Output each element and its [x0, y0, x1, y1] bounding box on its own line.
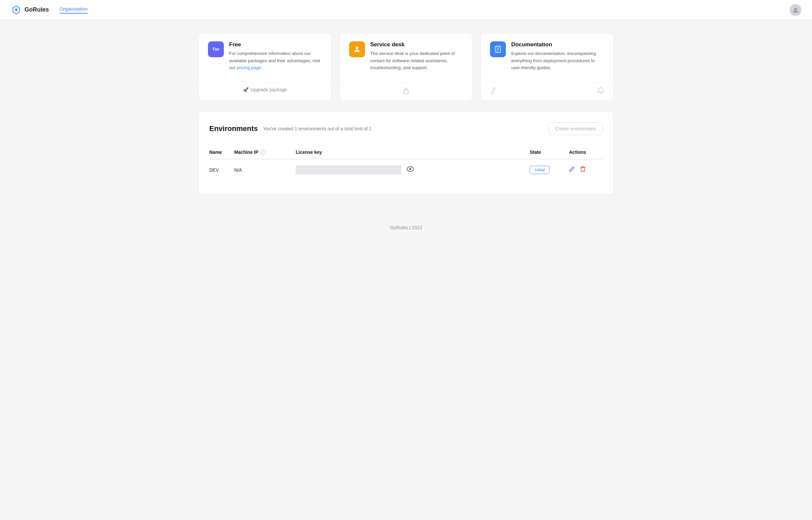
footer: GoRules | 2023 [0, 214, 812, 241]
edit-button[interactable] [569, 166, 575, 174]
row-machine-ip: N/A [234, 159, 296, 181]
col-actions: Actions [569, 146, 603, 159]
service-desk-text: Service desk The service desk is your de… [370, 41, 463, 72]
rocket-icon: 🚀 [243, 87, 249, 92]
tier-description: For comprehensive information about our … [229, 50, 322, 72]
col-license-key: License key [296, 146, 530, 159]
logo: GoRules [10, 4, 49, 16]
tier-title: Free [229, 41, 322, 48]
license-key-bar [296, 165, 401, 175]
environments-subtitle: You've created 1 environments out of a t… [263, 126, 373, 131]
col-name: Name [209, 146, 234, 159]
svg-line-8 [493, 90, 494, 91]
user-avatar[interactable] [789, 4, 802, 16]
svg-point-2 [356, 47, 358, 49]
table-header: Name Machine IP i License key State [209, 146, 603, 159]
environments-header-left: Environments You've created 1 environmen… [209, 124, 373, 133]
col-machine-ip: Machine IP i [234, 146, 296, 159]
show-license-key-button[interactable] [407, 166, 414, 173]
svg-point-10 [409, 168, 411, 170]
documentation-card-body: Documentation Explore our documentation,… [481, 33, 613, 82]
tier-card-text: Free For comprehensive information about… [229, 41, 322, 72]
environments-table: Name Machine IP i License key State [209, 146, 603, 181]
action-icons [569, 166, 603, 174]
logo-text: GoRules [24, 6, 49, 13]
service-desk-card-footer [340, 82, 472, 101]
footer-text: GoRules | 2023 [390, 225, 422, 230]
link-icon [490, 87, 496, 96]
service-desk-card-body: Service desk The service desk is your de… [340, 33, 472, 82]
tier-icon: Tier [208, 41, 224, 57]
service-desk-title: Service desk [370, 41, 463, 48]
header: GoRules Organisation [0, 0, 812, 20]
main-content: Tier Free For comprehensive information … [188, 20, 624, 214]
state-badge: Initial [530, 166, 549, 174]
documentation-card-header: Documentation Explore our documentation,… [490, 41, 604, 72]
nav-organisation[interactable]: Organisation [59, 6, 88, 14]
table-row: DEV N/A [209, 159, 603, 181]
svg-point-1 [794, 8, 797, 10]
service-desk-icon [349, 41, 365, 57]
svg-rect-3 [404, 90, 408, 94]
row-actions [569, 159, 603, 181]
documentation-card: Documentation Explore our documentation,… [480, 33, 614, 101]
row-name: DEV [209, 159, 234, 181]
pricing-page-link[interactable]: pricing page [237, 65, 261, 70]
upgrade-package-button[interactable]: 🚀 Upgrade package [243, 87, 287, 92]
service-desk-card-header: Service desk The service desk is your de… [349, 41, 463, 72]
license-key-cell [296, 165, 530, 175]
lock-icon [403, 87, 409, 96]
header-left: GoRules Organisation [10, 4, 88, 16]
tier-card: Tier Free For comprehensive information … [198, 33, 332, 101]
row-license-key [296, 159, 530, 181]
documentation-card-footer [481, 82, 613, 101]
gorules-logo-icon [10, 4, 22, 16]
create-environment-button[interactable]: Create environment [548, 122, 603, 135]
documentation-title: Documentation [511, 41, 604, 48]
doc-bell-icon-group [597, 87, 604, 96]
environments-section: Environments You've created 1 environmen… [198, 111, 614, 194]
service-desk-description: The service desk is your dedicated point… [370, 50, 463, 72]
cards-row: Tier Free For comprehensive information … [198, 33, 614, 101]
tier-card-header: Tier Free For comprehensive information … [208, 41, 322, 72]
environments-title: Environments [209, 124, 258, 133]
environments-header: Environments You've created 1 environmen… [209, 122, 603, 135]
service-desk-card: Service desk The service desk is your de… [340, 33, 473, 101]
bell-icon [597, 87, 604, 96]
table-body: DEV N/A [209, 159, 603, 181]
documentation-icon [490, 41, 506, 57]
documentation-text: Documentation Explore our documentation,… [511, 41, 604, 72]
documentation-description: Explore our documentation, encompassing … [511, 50, 604, 72]
table-header-row: Name Machine IP i License key State [209, 146, 603, 159]
doc-link-icon-group [490, 87, 496, 96]
tier-card-footer: 🚀 Upgrade package [199, 82, 331, 97]
tier-card-body: Tier Free For comprehensive information … [199, 33, 331, 82]
col-state: State [530, 146, 569, 159]
row-state: Initial [530, 159, 569, 181]
machine-ip-info-icon[interactable]: i [260, 150, 266, 155]
delete-button[interactable] [580, 166, 586, 174]
